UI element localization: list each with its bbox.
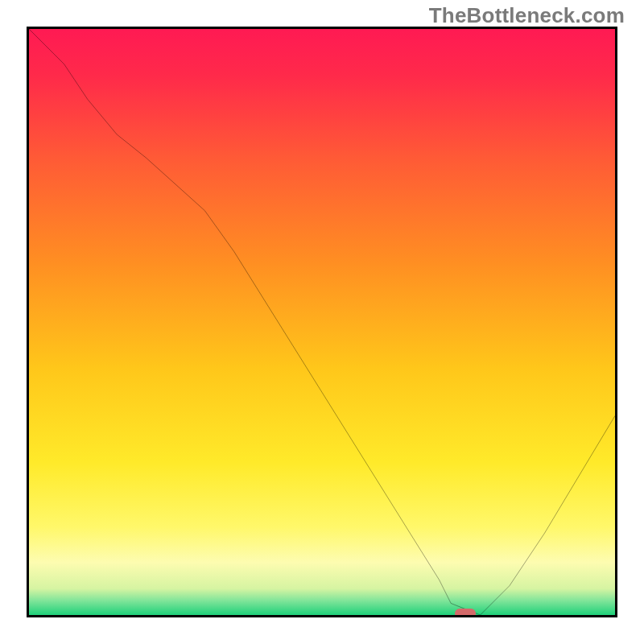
gradient-background [29, 29, 615, 615]
plot-frame [27, 27, 617, 617]
chart-container: TheBottleneck.com [0, 0, 644, 644]
optimum-marker [455, 609, 476, 617]
watermark-text: TheBottleneck.com [429, 3, 625, 28]
plot-svg [29, 29, 615, 615]
